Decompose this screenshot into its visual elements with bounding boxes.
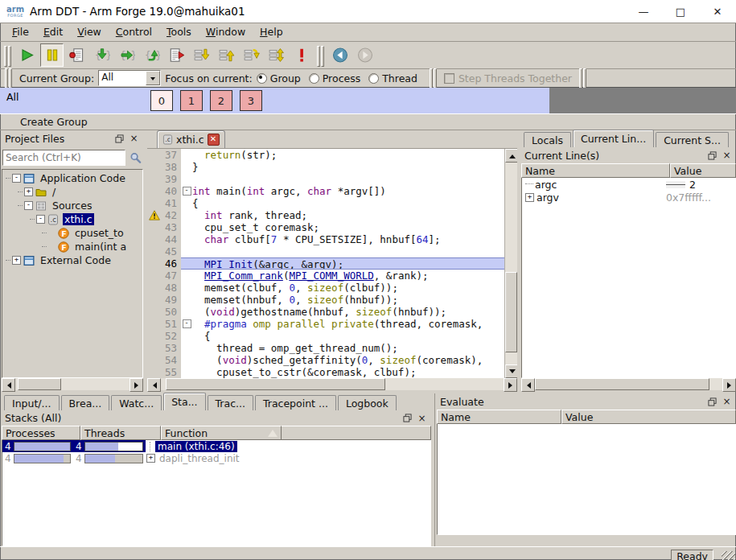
code-line-37[interactable]: 37 return(str); bbox=[147, 149, 504, 161]
menu-tools[interactable]: Tools bbox=[159, 24, 199, 40]
code-line-43[interactable]: 43 cpu_set_t coremask; bbox=[147, 221, 504, 233]
code-line-54[interactable]: 54 (void)sched_getaffinity(0, sizeof(cor… bbox=[147, 354, 504, 366]
tree-item-application-code[interactable]: -Application Code bbox=[2, 171, 142, 185]
variables-hscrollbar[interactable] bbox=[521, 378, 736, 390]
line-number-gutter[interactable]: 53 bbox=[147, 342, 181, 354]
bottom-stack-frame-button[interactable] bbox=[240, 43, 263, 67]
stack-row-main-xthi-c-46-[interactable]: 44main (xthi.c:46) bbox=[2, 440, 430, 452]
variable-row-argc[interactable]: argc2 bbox=[522, 178, 735, 191]
process-box-2[interactable]: 2 bbox=[210, 90, 232, 111]
search-input[interactable] bbox=[2, 150, 125, 166]
code-line-51[interactable]: 51- #pragma omp parallel private(thread,… bbox=[147, 318, 504, 330]
toolbar-handle[interactable] bbox=[430, 68, 437, 88]
menu-help[interactable]: Help bbox=[253, 24, 290, 40]
line-number-gutter[interactable]: 47 bbox=[147, 270, 181, 282]
column-header-name[interactable]: Name bbox=[437, 410, 561, 424]
column-header-function[interactable]: Function bbox=[161, 426, 282, 440]
close-panel-icon[interactable]: × bbox=[128, 133, 140, 144]
down-stack-frame-button[interactable] bbox=[190, 43, 213, 67]
resize-grip[interactable] bbox=[722, 551, 735, 560]
line-number-gutter[interactable]: 43 bbox=[147, 221, 181, 233]
collapse-icon[interactable]: - bbox=[24, 201, 33, 210]
float-panel-icon[interactable] bbox=[401, 413, 413, 424]
tree-item-main-int-a[interactable]: Fmain(int a bbox=[2, 240, 142, 253]
fold-column[interactable] bbox=[181, 282, 192, 294]
fold-collapse-icon[interactable]: - bbox=[183, 187, 191, 196]
menu-edit[interactable]: Edit bbox=[36, 24, 70, 40]
expand-all-stacks-button[interactable] bbox=[265, 43, 288, 67]
project-files-hscrollbar[interactable] bbox=[2, 378, 143, 390]
run-button[interactable] bbox=[15, 43, 39, 67]
scroll-up-icon[interactable] bbox=[505, 149, 517, 163]
current-group-select[interactable]: All bbox=[98, 70, 161, 86]
step-over-button[interactable]: {} bbox=[115, 43, 138, 67]
fold-column[interactable] bbox=[181, 306, 192, 318]
float-panel-icon[interactable] bbox=[113, 133, 125, 144]
line-number-gutter[interactable]: 55 bbox=[147, 366, 181, 378]
code-line-46[interactable]: 46 MPI_Init(&argc, &argv); bbox=[147, 257, 504, 270]
tree-item-sources[interactable]: -Sources bbox=[2, 199, 142, 212]
back-button[interactable] bbox=[328, 43, 352, 67]
tab-logbook[interactable]: Logbook bbox=[338, 395, 397, 410]
toolbar-handle[interactable] bbox=[317, 46, 324, 65]
fold-column[interactable]: - bbox=[181, 318, 192, 330]
fold-column[interactable] bbox=[181, 161, 192, 173]
line-number-gutter[interactable]: 45 bbox=[147, 245, 181, 257]
line-number-gutter[interactable]: 42 bbox=[147, 209, 181, 221]
radio-process[interactable] bbox=[309, 73, 319, 84]
collapse-icon[interactable]: - bbox=[12, 174, 21, 183]
fold-column[interactable] bbox=[181, 366, 192, 378]
close-panel-icon[interactable]: × bbox=[721, 396, 733, 407]
close-panel-icon[interactable]: × bbox=[416, 413, 428, 424]
line-number-gutter[interactable]: 51 bbox=[147, 318, 181, 330]
tab-watc-[interactable]: Watc... bbox=[111, 395, 162, 410]
expand-icon[interactable]: + bbox=[525, 193, 534, 202]
up-stack-frame-button[interactable] bbox=[215, 43, 238, 67]
code-line-42[interactable]: 42 int rank, thread; bbox=[147, 209, 504, 221]
column-header-threads[interactable]: Threads bbox=[80, 426, 161, 440]
tab-xthi-c[interactable]: .c xthi.c ✕ bbox=[157, 130, 225, 148]
process-box-0[interactable]: 0 bbox=[150, 90, 173, 111]
fold-column[interactable] bbox=[181, 245, 192, 257]
variable-row-argv[interactable]: +argv0x7fffff... bbox=[522, 191, 735, 204]
tree-item-xthi-c[interactable]: -.cxthi.c bbox=[2, 212, 142, 226]
fold-column[interactable] bbox=[181, 197, 192, 209]
minimize-button[interactable]: — bbox=[625, 6, 662, 18]
code-line-49[interactable]: 49 memset(hnbuf, 0, sizeof(hnbuf)); bbox=[147, 294, 504, 306]
fold-column[interactable] bbox=[181, 221, 192, 233]
process-box-3[interactable]: 3 bbox=[240, 90, 262, 111]
fold-column[interactable] bbox=[181, 149, 192, 161]
forward-button[interactable] bbox=[353, 43, 376, 67]
tab-current-lin-[interactable]: Current Lin... bbox=[573, 130, 654, 147]
column-header-processes[interactable]: Processes bbox=[2, 426, 80, 440]
scroll-down-icon[interactable] bbox=[505, 364, 517, 378]
close-button[interactable]: ✕ bbox=[699, 6, 736, 18]
fold-column[interactable] bbox=[181, 258, 192, 269]
step-out-button[interactable]: {} bbox=[140, 43, 163, 67]
code-line-40[interactable]: 40-int main(int argc, char *argv[]) bbox=[147, 185, 504, 197]
code-line-39[interactable]: 39 bbox=[147, 173, 504, 185]
close-tab-icon[interactable]: ✕ bbox=[208, 134, 220, 146]
stop-button[interactable] bbox=[290, 43, 313, 67]
toolbar-handle[interactable] bbox=[5, 68, 12, 88]
fold-column[interactable] bbox=[181, 209, 192, 221]
line-number-gutter[interactable]: 37 bbox=[147, 149, 181, 161]
tab-brea-[interactable]: Brea... bbox=[61, 395, 110, 410]
fold-column[interactable]: - bbox=[181, 185, 192, 197]
fold-column[interactable] bbox=[181, 354, 192, 366]
toolbar-handle[interactable] bbox=[579, 68, 586, 88]
expand-icon[interactable]: + bbox=[24, 187, 33, 196]
code-line-53[interactable]: 53 thread = omp_get_thread_num(); bbox=[147, 342, 504, 354]
fold-column[interactable] bbox=[181, 270, 192, 282]
line-number-gutter[interactable]: 40 bbox=[147, 185, 181, 197]
code-line-48[interactable]: 48 memset(clbuf, 0, sizeof(clbuf)); bbox=[147, 282, 504, 294]
fold-column[interactable] bbox=[181, 294, 192, 306]
float-panel-icon[interactable] bbox=[706, 150, 718, 161]
code-line-50[interactable]: 50 (void)gethostname(hnbuf, sizeof(hnbuf… bbox=[147, 306, 504, 318]
create-group-row[interactable]: Create Group bbox=[0, 114, 736, 130]
tree-item--[interactable]: +/ bbox=[2, 185, 142, 199]
add-breakpoint-button[interactable] bbox=[65, 43, 88, 67]
menu-control[interactable]: Control bbox=[109, 24, 159, 40]
line-number-gutter[interactable]: 44 bbox=[147, 233, 181, 245]
step-into-button[interactable]: {} bbox=[90, 43, 113, 67]
